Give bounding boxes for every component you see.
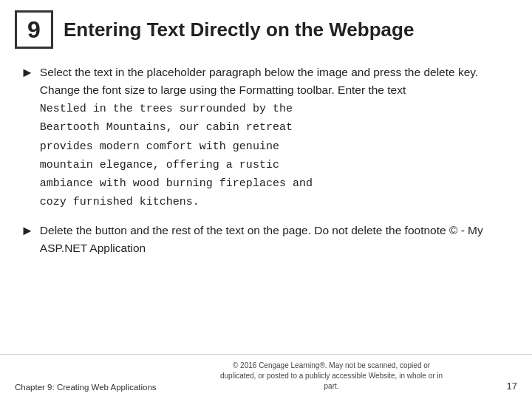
bullet1-plain-text: Select the text in the placeholder parag… xyxy=(40,66,478,96)
slide-footer: Chapter 9: Creating Web Applications © 2… xyxy=(0,354,532,399)
bullet1-code-text: Nestled in the trees surrounded by the B… xyxy=(40,103,313,208)
bullet-arrow-2: ► xyxy=(21,223,34,239)
slide-number: 9 xyxy=(15,10,53,49)
footer-copyright: © 2016 Cengage Learning®. May not be sca… xyxy=(220,361,443,392)
slide-page: 9 Entering Text Directly on the Webpage … xyxy=(0,0,532,399)
slide-header: 9 Entering Text Directly on the Webpage xyxy=(0,0,532,56)
slide-title: Entering Text Directly on the Webpage xyxy=(64,18,414,41)
footer-chapter: Chapter 9: Creating Web Applications xyxy=(15,383,157,392)
slide-content: ► Select the text in the placeholder par… xyxy=(0,56,532,354)
bullet-text-1: Select the text in the placeholder parag… xyxy=(40,64,511,211)
bullet-arrow-1: ► xyxy=(21,65,34,81)
footer-page-number: 17 xyxy=(507,381,517,392)
bullet-item-2: ► Delete the button and the rest of the … xyxy=(21,222,511,257)
bullet-text-2: Delete the button and the rest of the te… xyxy=(40,222,511,257)
bullet-item-1: ► Select the text in the placeholder par… xyxy=(21,64,511,211)
